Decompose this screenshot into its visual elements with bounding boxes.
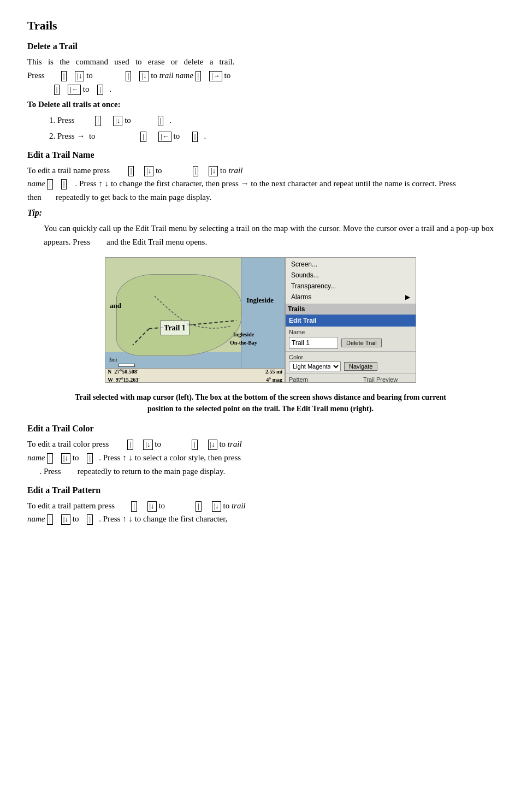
tip-block: You can quickly call up the Edit Trail m… — [44, 222, 494, 249]
key-left-2: |← — [158, 132, 171, 142]
key-menu: | — [61, 71, 67, 81]
key-down-2: |↓ — [139, 71, 149, 81]
svg-line-1 — [133, 329, 149, 345]
key-pipe-18: | — [196, 501, 202, 512]
key-pipe-10: | — [193, 166, 199, 176]
menu-delete-trail-button[interactable]: Delete Trail — [341, 339, 382, 347]
menu-section-trails: Trails — [286, 304, 416, 315]
delete-all-list: 1. Press | |↓ to | . 2. Press → to | |← … — [49, 114, 494, 143]
menu-item-alarms-arrow: ▶ — [405, 292, 410, 302]
edit-trail-color-body: To edit a trail color press | |↓ to | |↓… — [27, 437, 494, 478]
figure-container: Trail 1 Ingleside InglesideOn-the-Bay an… — [27, 257, 494, 383]
tip-label: Tip: — [27, 206, 494, 220]
menu-top: Screen... Sounds... Transparency... Alar… — [286, 258, 416, 304]
menu-edit-trail-active[interactable]: Edit Trail — [286, 315, 416, 327]
key-pipe-2: | — [196, 71, 202, 81]
edit-trail-pattern-body: To edit a trail pattern press | |↓ to | … — [27, 499, 494, 526]
key-pipe-7: | — [140, 132, 146, 142]
page-title: Trails — [27, 16, 494, 34]
menu-panel: Screen... Sounds... Transparency... Alar… — [285, 257, 416, 383]
map-scale-bar — [119, 364, 135, 367]
menu-name-label: Name — [289, 328, 412, 337]
key-down-4: |↓ — [144, 166, 153, 176]
delete-all-trails-label: To Delete all trails at once: — [27, 98, 494, 111]
map-info-bar: N 27°50.508' W 97°15.263' 2.55 mi 4° mag — [105, 368, 285, 382]
section-delete-trail-title: Delete a Trail — [27, 40, 494, 53]
key-down-8: |↓ — [61, 453, 70, 464]
key-pipe-6: | — [158, 116, 164, 126]
key-down-1: |↓ — [75, 71, 84, 81]
key-pipe-14: | — [192, 440, 198, 450]
key-down-11: |↓ — [61, 514, 70, 525]
trail-label-box: Trail 1 — [160, 321, 190, 335]
delete-list-item-2: 2. Press → to | |← to | . — [49, 129, 494, 143]
map-distance-bearing: 2.55 mi 4° mag — [265, 368, 282, 383]
menu-color-row: Light Magenta Navigate — [289, 361, 412, 371]
map-scale-label: 3mi — [109, 355, 117, 364]
menu-color-section: Color Light Magenta Navigate — [286, 351, 416, 374]
menu-item-transparency[interactable]: Transparency... — [289, 281, 412, 292]
key-pipe-20: | — [87, 514, 93, 525]
key-right-1: |→ — [209, 71, 222, 81]
key-left-1: |← — [68, 85, 81, 95]
place-label-onbay: InglesideOn-the-Bay — [230, 330, 257, 347]
section-edit-trail-pattern-title: Edit a Trail Pattern — [27, 484, 494, 497]
key-down-7: |↓ — [208, 440, 217, 450]
tip-body: You can quickly call up the Edit Trail m… — [44, 222, 494, 249]
figure-caption: Trail selected with map cursor (left). T… — [69, 392, 452, 414]
key-pipe-17: | — [131, 501, 137, 512]
key-down-9: |↓ — [147, 501, 157, 512]
menu-pattern-label: Pattern — [289, 375, 353, 383]
menu-name-section: Name Trail 1 Delete Trail — [286, 327, 416, 351]
key-pipe-16: | — [87, 453, 93, 464]
place-label-ingleside: Ingleside — [246, 295, 274, 306]
menu-item-alarms-label: Alarms — [291, 292, 311, 302]
map-coords: N 27°50.508' W 97°15.263' — [108, 368, 140, 383]
map-label-and: and — [110, 300, 121, 311]
key-pipe-8: | — [192, 132, 198, 142]
menu-color-label: Color — [289, 353, 412, 362]
menu-name-input[interactable]: Trail 1 — [289, 337, 338, 349]
delete-list-item-1: 1. Press | |↓ to | . — [49, 114, 494, 127]
key-pipe-9: | — [128, 166, 134, 176]
section-edit-trail-color-title: Edit a Trail Color — [27, 422, 494, 435]
edit-trail-name-body: To edit a trail name press | |↓ to | |↓ … — [27, 164, 494, 204]
section-edit-trail-name-title: Edit a Trail Name — [27, 149, 494, 162]
key-pipe-5: | — [95, 116, 101, 126]
key-down-3: |↓ — [113, 116, 122, 126]
key-pipe-3: | — [54, 85, 60, 95]
key-pipe-4: | — [97, 85, 103, 95]
key-pipe-13: | — [127, 440, 133, 450]
key-down-5: |↓ — [209, 166, 218, 176]
menu-item-screen[interactable]: Screen... — [289, 259, 412, 270]
key-down-10: |↓ — [212, 501, 221, 512]
key-pipe-11: | — [47, 179, 53, 189]
menu-name-row: Trail 1 Delete Trail — [289, 337, 412, 349]
menu-item-sounds[interactable]: Sounds... — [289, 270, 412, 281]
delete-trail-body: This is the command used to erase or del… — [27, 55, 494, 96]
menu-pattern-section: Pattern - - - - - - - - - - - - - - Trai… — [286, 374, 416, 383]
map-panel: Trail 1 Ingleside InglesideOn-the-Bay an… — [105, 257, 285, 383]
key-pipe-1: | — [126, 71, 132, 81]
menu-trail-preview-label: Trail Preview — [363, 375, 412, 383]
key-pipe-19: | — [47, 514, 53, 525]
key-pipe-15: | — [47, 453, 53, 464]
menu-color-select[interactable]: Light Magenta — [289, 361, 341, 371]
key-pipe-12: | — [61, 179, 67, 189]
key-down-6: |↓ — [143, 440, 152, 450]
menu-navigate-button[interactable]: Navigate — [344, 362, 377, 371]
menu-item-alarms[interactable]: Alarms ▶ — [289, 292, 412, 303]
